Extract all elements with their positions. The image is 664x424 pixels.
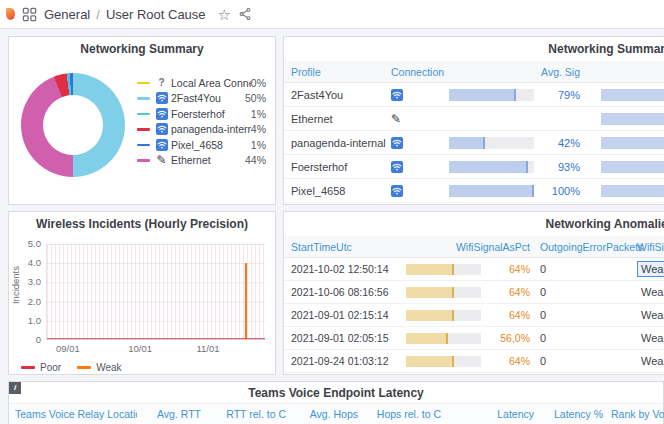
- wifi-signal-gauge-fill: [406, 333, 448, 344]
- y-tick-label: 1.0: [28, 316, 41, 325]
- secondary-gauge-fill: [601, 185, 664, 197]
- column-header-connection[interactable]: Connection: [389, 66, 449, 78]
- panel-wireless-incidents: Wireless Incidents (Hourly Precision) In…: [8, 211, 276, 375]
- series-color-dash: [21, 366, 35, 369]
- legend-value: 1%: [251, 108, 269, 120]
- wifi-icon: [156, 92, 168, 104]
- table-row[interactable]: Ethernet ? ✎: [284, 107, 664, 131]
- legend-color-dash: [137, 128, 150, 131]
- table-row[interactable]: panagenda-internal ? ✎: [284, 131, 664, 155]
- legend-item[interactable]: ? ✎ Ethernet 44%: [137, 153, 269, 169]
- panel-teams-voice-endpoint-latency: i Teams Voice Endpoint Latency Teams Voi…: [8, 381, 664, 424]
- wifi-signal-gauge-track: [406, 356, 481, 367]
- y-axis-ticks: 5.04.03.02.01.00: [17, 239, 41, 344]
- donut-legend: ? ✎ Local Area Connection 0%: [137, 75, 269, 177]
- signal-gauge-fill: [449, 161, 528, 173]
- legend-color-dash: [137, 97, 150, 100]
- incidents-plot[interactable]: [46, 244, 265, 340]
- signal-gauge-track: [449, 161, 534, 173]
- column-header-wifisignalaspct[interactable]: WifiSignalAsPct: [399, 241, 536, 253]
- legend-kind-icon: ? ✎: [155, 139, 168, 151]
- error-packets-cell: 0: [536, 286, 631, 298]
- legend-item[interactable]: ? ✎ 2Fast4You 50%: [137, 91, 269, 107]
- panel-title[interactable]: Teams Voice Endpoint Latency: [9, 382, 663, 403]
- x-axis-ticks: 09/0110/0111/01: [46, 343, 265, 355]
- legend-kind-icon: ? ✎: [155, 154, 168, 166]
- table-row[interactable]: Foersterhof ? ✎: [284, 155, 664, 179]
- secondary-gauge-track: [601, 137, 664, 149]
- panel-title[interactable]: Wireless Incidents (Hourly Precision): [9, 212, 275, 236]
- signal-value: 42%: [534, 137, 586, 149]
- legend-item[interactable]: ? ✎ Pixel_4658 1%: [137, 137, 269, 153]
- series-legend: Poor Weak: [9, 356, 275, 373]
- series-legend-item[interactable]: Poor: [21, 362, 61, 373]
- question-icon: ?: [158, 77, 164, 88]
- legend-color-dash: [137, 82, 150, 85]
- panel-title[interactable]: Networking Anomalies: [284, 212, 664, 236]
- legend-item[interactable]: ? ✎ Local Area Connection 0%: [137, 75, 269, 91]
- starttime-cell: 2021-10-06 08:16:56: [284, 286, 399, 298]
- donut-hole: [43, 95, 103, 155]
- x-tick-label: 11/01: [197, 343, 220, 354]
- share-icon[interactable]: [238, 7, 252, 21]
- column-header[interactable]: Latency: [441, 408, 534, 420]
- panel-title[interactable]: Networking Summary: [284, 37, 664, 61]
- wifi-signal-gauge-fill: [406, 264, 454, 275]
- starttime-cell: 2021-10-02 12:50:14: [284, 263, 399, 275]
- secondary-gauge-track: [601, 113, 664, 125]
- grafana-logo-icon[interactable]: [6, 8, 15, 20]
- column-header-wifisignala[interactable]: WifiSignalA: [631, 241, 664, 253]
- column-header[interactable]: Avg. Hops: [286, 408, 358, 420]
- table-row[interactable]: 2021-10-02 12:50:14 64% 0 Weak: [284, 258, 664, 281]
- legend-item[interactable]: ? ✎ Foersterhof 1%: [137, 106, 269, 122]
- error-packets-cell: 0: [536, 309, 631, 321]
- table-body: 2Fast4You ? ✎ 7: [284, 83, 664, 203]
- table-row[interactable]: 2021-09-24 01:03:12 64% 0 Weak: [284, 350, 664, 373]
- series-legend-item[interactable]: Weak: [77, 362, 121, 373]
- panel-networking-summary-donut: Networking Summary ?: [8, 36, 276, 205]
- y-tick-label: 5.0: [28, 239, 41, 248]
- ethernet-pen-icon: ✎: [391, 113, 401, 125]
- x-tick-label: 09/01: [56, 343, 80, 354]
- signal-gauge-track: [449, 89, 534, 101]
- table-header-row: StartTimeUtc WifiSignalAsPct OutgoingErr…: [284, 236, 664, 258]
- weak-spike-bar: [245, 263, 247, 339]
- signal-quality-cell[interactable]: Weak: [637, 261, 664, 277]
- breadcrumb-dashboard[interactable]: User Root Cause: [106, 7, 206, 22]
- donut-chart[interactable]: [21, 73, 125, 177]
- secondary-gauge-track: [601, 185, 664, 197]
- column-header[interactable]: Teams Voice Relay Location: [9, 408, 137, 420]
- signal-gauge-fill: [449, 137, 485, 149]
- table-row[interactable]: 2021-09-01 02:05:15 56,0% 0 Weak: [284, 327, 664, 350]
- favorite-star-icon[interactable]: ☆: [218, 7, 231, 22]
- legend-label: Ethernet: [171, 154, 245, 166]
- column-header[interactable]: Rank by Volu: [603, 408, 664, 420]
- column-header[interactable]: RTT rel. to C: [201, 408, 286, 420]
- column-header-avg-sig[interactable]: Avg. Sig: [449, 66, 586, 78]
- dashboards-grid-icon[interactable]: [22, 7, 37, 22]
- signal-quality-cell[interactable]: Weak: [637, 353, 664, 369]
- legend-item[interactable]: ? ✎ panagenda-internal 4%: [137, 122, 269, 138]
- panel-title[interactable]: Networking Summary: [9, 37, 275, 61]
- wifi-signal-value: 64%: [481, 286, 536, 298]
- column-header[interactable]: Latency %: [534, 408, 603, 420]
- column-header-profile[interactable]: Profile: [284, 66, 389, 78]
- signal-quality-cell[interactable]: Weak: [637, 330, 664, 346]
- table-row[interactable]: 2021-09-01 02:15:14 64% 0 Weak: [284, 304, 664, 327]
- wifi-signal-value: 64%: [481, 355, 536, 367]
- panel-info-icon[interactable]: i: [9, 382, 21, 394]
- column-header[interactable]: Avg. RTT: [137, 408, 201, 420]
- table-row[interactable]: 2Fast4You ? ✎ 7: [284, 83, 664, 107]
- column-header[interactable]: Hops rel. to C: [358, 408, 441, 420]
- column-header-starttime[interactable]: StartTimeUtc: [284, 241, 399, 253]
- signal-quality-cell[interactable]: Weak: [637, 284, 664, 300]
- legend-value: 50%: [245, 92, 269, 104]
- table-row[interactable]: 2021-10-06 08:16:56 64% 0 Weak: [284, 281, 664, 304]
- table-row[interactable]: Pixel_4658 ? ✎: [284, 179, 664, 203]
- secondary-gauge-fill: [601, 113, 664, 125]
- ethernet-pen-icon: ✎: [156, 154, 166, 166]
- column-header-outgoingerrorpackets[interactable]: OutgoingErrorPackets: [536, 241, 631, 253]
- breadcrumb-folder[interactable]: General: [44, 7, 90, 22]
- breadcrumb-separator: /: [96, 7, 100, 22]
- signal-quality-cell[interactable]: Weak: [637, 307, 664, 323]
